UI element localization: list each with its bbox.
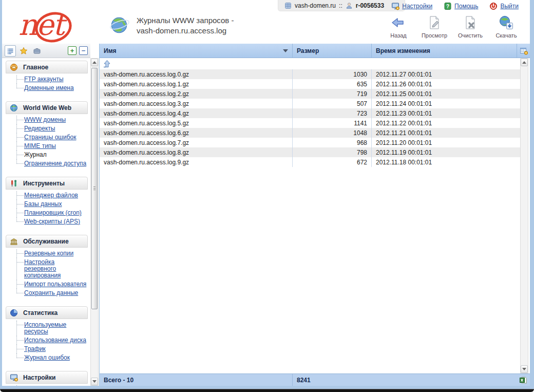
sidebar-scrollbar[interactable] bbox=[90, 58, 99, 386]
table-row[interactable]: vash-domen.ru.access.log.2.gz7192012.11.… bbox=[100, 89, 520, 99]
column-settings-icon bbox=[520, 47, 528, 55]
section-tools-header[interactable]: Инструменты bbox=[6, 177, 88, 190]
column-header-size[interactable]: Размер bbox=[293, 44, 372, 58]
user-icon bbox=[346, 2, 353, 9]
file-name-cell: vash-domen.ru.access.log.9.gz bbox=[100, 157, 293, 167]
section-maintenance: ОбслуживаниеРезервные копииНастройка рез… bbox=[6, 235, 88, 300]
file-name-cell: vash-domen.ru.access.log.5.gz bbox=[100, 118, 293, 128]
sidebar-item-redirects-item: Редиректы bbox=[6, 124, 88, 133]
section-main: ГлавноеFTP аккаунтыДоменные имена bbox=[6, 61, 88, 95]
expand-all-button[interactable]: + bbox=[68, 46, 77, 55]
sidebar-item-ftp-accounts[interactable]: FTP аккаунты bbox=[24, 76, 64, 83]
favorites-view-button[interactable] bbox=[18, 45, 29, 57]
table-row[interactable]: vash-domen.ru.access.log.6.gz10482012.11… bbox=[100, 128, 520, 138]
section-tools-title: Инструменты bbox=[23, 180, 65, 187]
sidebar-item-error-log[interactable]: Журнал ошибок bbox=[24, 354, 70, 361]
user-id: r-0056533 bbox=[356, 2, 384, 9]
menu-view-button[interactable] bbox=[5, 45, 16, 57]
collapse-all-button[interactable]: − bbox=[79, 46, 88, 55]
main-scroll-down-button[interactable] bbox=[521, 365, 528, 373]
section-world-wide-web-header[interactable]: World Wide Web bbox=[6, 101, 88, 114]
sidebar-item-journal-item: Журнал bbox=[6, 151, 88, 159]
parent-folder-icon bbox=[103, 60, 111, 68]
export-excel-button[interactable] bbox=[517, 374, 530, 386]
section-statistics: СтатистикаИспользуемые ресурсыИспользова… bbox=[6, 306, 88, 365]
home-sphere-icon bbox=[10, 63, 18, 71]
current-domain: vash-domen.ru bbox=[295, 2, 336, 9]
sidebar-item-save-data[interactable]: Сохранить данные bbox=[24, 289, 78, 296]
header: net Журналы WWW запросов - vash-domen.ru… bbox=[2, 12, 530, 44]
view-button[interactable]: Просмотр bbox=[419, 15, 450, 39]
section-settings-header[interactable]: Настройки bbox=[6, 371, 88, 384]
table-row[interactable]: vash-domen.ru.access.log.7.gz9682012.11.… bbox=[100, 138, 520, 147]
sidebar-item-file-manager[interactable]: Менеджер файлов bbox=[24, 192, 78, 199]
sidebar-item-www-domains[interactable]: WWW домены bbox=[24, 116, 66, 123]
sidebar-item-traffic-item: Трафик bbox=[6, 345, 88, 353]
frame-right bbox=[530, 0, 534, 389]
page-title: Журналы WWW запросов - vash-domen.ru.acc… bbox=[137, 15, 234, 36]
export-excel-icon bbox=[519, 376, 527, 384]
sidebar-item-databases-item: Базы данных bbox=[6, 200, 88, 209]
download-button[interactable]: Скачать bbox=[491, 15, 522, 39]
file-modified-cell: 2012.11.26 00:01:01 bbox=[372, 79, 520, 89]
clear-button[interactable]: Очистить bbox=[455, 15, 486, 39]
sidebar-item-backup-settings-item: Настройка резервного копирования bbox=[6, 258, 88, 280]
sidebar-item-journal: Журнал bbox=[24, 151, 47, 158]
main-scrollbar[interactable] bbox=[520, 58, 528, 374]
table-row[interactable]: vash-domen.ru.access.log.4.gz7232012.11.… bbox=[100, 108, 520, 118]
parent-directory-row[interactable] bbox=[100, 58, 520, 69]
sidebar-item-error-log-item: Журнал ошибок bbox=[6, 353, 88, 362]
sidebar-scroll-up-button[interactable] bbox=[91, 59, 98, 66]
provider-logo[interactable]: net bbox=[18, 8, 63, 42]
sidebar-item-databases[interactable]: Базы данных bbox=[24, 200, 62, 208]
sidebar-item-web-scripts-aps[interactable]: Web-скрипты (APS) bbox=[24, 218, 80, 225]
sidebar-item-mime-types[interactable]: MIME типы bbox=[24, 142, 56, 150]
tasks-view-button[interactable] bbox=[31, 45, 43, 57]
section-maintenance-title: Обслуживание bbox=[23, 238, 69, 245]
table-row[interactable]: vash-domen.ru.access.log.5.gz11412012.11… bbox=[100, 118, 520, 128]
sidebar-toolbar: + − bbox=[2, 44, 90, 58]
sidebar-item-user-import-item: Импорт пользователя bbox=[6, 280, 88, 289]
file-name-cell: vash-domen.ru.access.log.3.gz bbox=[100, 99, 293, 108]
table-row[interactable]: vash-domen.ru.access.log.0.gz10302012.11… bbox=[100, 69, 520, 79]
section-main-header[interactable]: Главное bbox=[6, 61, 88, 73]
help-icon: ? bbox=[444, 2, 452, 10]
file-modified-cell: 2012.11.21 00:01:01 bbox=[372, 128, 520, 138]
table-row[interactable]: vash-domen.ru.access.log.8.gz7982012.11.… bbox=[100, 147, 520, 157]
sidebar-item-used-resources[interactable]: Используемые ресурсы bbox=[24, 321, 66, 335]
main-scroll-up-button[interactable] bbox=[521, 59, 528, 66]
settings-link[interactable]: Настройки bbox=[391, 2, 432, 10]
help-link[interactable]: ?Помощь bbox=[444, 2, 478, 10]
table-row[interactable]: vash-domen.ru.access.log.3.gz5072012.11.… bbox=[100, 99, 520, 108]
section-statistics-header[interactable]: Статистика bbox=[6, 306, 88, 319]
sidebar-item-error-pages[interactable]: Страницы ошибок bbox=[24, 134, 76, 141]
sidebar-item-traffic[interactable]: Трафик bbox=[24, 345, 46, 352]
sidebar-item-backups[interactable]: Резервные копии bbox=[24, 250, 73, 257]
table-row[interactable]: vash-domen.ru.access.log.9.gz6722012.11.… bbox=[100, 157, 520, 167]
sidebar-item-domain-names[interactable]: Доменные имена bbox=[24, 84, 74, 91]
sidebar-item-cron-scheduler[interactable]: Планировщик (cron) bbox=[24, 209, 82, 216]
sidebar-item-disk-usage[interactable]: Использование диска bbox=[24, 337, 86, 344]
sidebar-item-access-restriction[interactable]: Ограничение доступа bbox=[24, 160, 86, 167]
sidebar-scroll-down-button[interactable] bbox=[91, 378, 98, 385]
file-modified-cell: 2012.11.20 00:01:01 bbox=[372, 138, 520, 147]
sidebar-scrollbar-thumb[interactable] bbox=[91, 68, 98, 309]
sidebar-item-backup-settings[interactable]: Настройка резервного копирования bbox=[24, 258, 61, 279]
file-size-cell: 798 bbox=[293, 147, 372, 157]
sidebar-item-user-import[interactable]: Импорт пользователя bbox=[24, 281, 86, 288]
header-toolbar: НазадПросмотрОчиститьСкачать bbox=[383, 15, 522, 39]
section-maintenance-header[interactable]: Обслуживание bbox=[6, 235, 88, 248]
file-size-cell: 1048 bbox=[293, 128, 372, 138]
column-settings-button[interactable] bbox=[517, 44, 530, 58]
section-world-wide-web: World Wide WebWWW доменыРедиректыСтраниц… bbox=[6, 101, 88, 171]
file-name-cell: vash-domen.ru.access.log.0.gz bbox=[100, 69, 293, 79]
sidebar-item-mime-types-item: MIME типы bbox=[6, 142, 88, 151]
logout-link[interactable]: Выйти bbox=[489, 2, 519, 10]
table-row[interactable]: vash-domen.ru.access.log.1.gz6352012.11.… bbox=[100, 79, 520, 89]
section-statistics-title: Статистика bbox=[23, 309, 58, 316]
sidebar-item-redirects[interactable]: Редиректы bbox=[24, 125, 55, 132]
column-header-name[interactable]: Имя bbox=[100, 44, 293, 58]
column-header-modified[interactable]: Время изменения bbox=[372, 44, 517, 58]
file-modified-cell: 2012.11.23 00:01:01 bbox=[372, 108, 520, 118]
back-button[interactable]: Назад bbox=[383, 15, 414, 39]
